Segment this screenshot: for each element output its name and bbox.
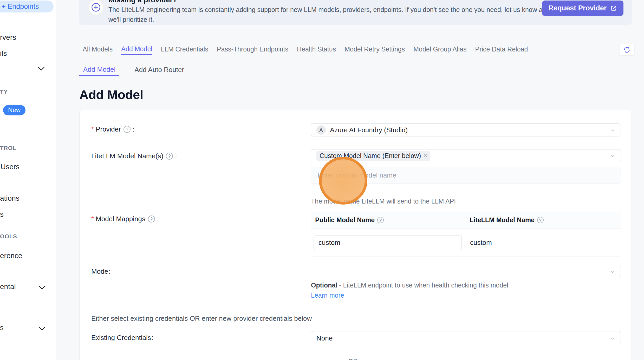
refresh-button[interactable] [619, 44, 634, 56]
tab-llm-credentials[interactable]: LLM Credentials [161, 44, 208, 55]
sidebar-item-teams[interactable]: s [0, 210, 4, 219]
model-mappings-table: Public Model Name ? LiteLLM Model Name ?… [311, 212, 621, 257]
custom-model-name-input[interactable] [311, 167, 621, 184]
sidebar-item-settings[interactable]: s [0, 324, 4, 332]
provider-value: Azure AI Foundry (Studio) [330, 126, 408, 134]
model-name-tag[interactable]: Custom Model Name (Enter below) × [316, 151, 430, 161]
sidebar-item-details[interactable]: ils [0, 49, 7, 58]
banner-body: The LiteLLM engineering team is constant… [108, 5, 550, 24]
banner-title: Missing a provider? [108, 0, 177, 4]
request-provider-label: Request Provider [549, 4, 607, 12]
provider-label: * Provider ? : [91, 125, 134, 133]
page-title: Add Model [79, 87, 143, 102]
tab-all-models[interactable]: All Models [83, 44, 113, 55]
model-mappings-label: * Model Mappings ? : [91, 215, 159, 223]
tab-model-retry-settings[interactable]: Model Retry Settings [344, 44, 405, 55]
sidebar-item-endpoints-label: + Endpoints [2, 3, 39, 11]
help-icon[interactable]: ? [123, 126, 131, 133]
litellm-model-name-header: LiteLLM Model Name ? [470, 216, 545, 224]
credentials-note: Either select existing credentials OR en… [91, 315, 312, 323]
sidebar-item-users[interactable]: Users [1, 163, 19, 171]
tab-add-model[interactable]: Add Model [121, 44, 152, 55]
help-icon[interactable]: ? [537, 217, 544, 223]
tab-health-status[interactable]: Health Status [297, 44, 336, 55]
request-provider-button[interactable]: Request Provider [542, 1, 623, 16]
chevron-down-icon: ⌄ [610, 334, 615, 341]
existing-credentials-value: None [316, 334, 333, 342]
missing-provider-banner: Missing a provider? The LiteLLM engineer… [79, 0, 632, 25]
tab-pass-through-endpoints[interactable]: Pass-Through Endpoints [217, 44, 288, 55]
external-link-icon [610, 5, 617, 12]
mode-label: Mode : [91, 267, 110, 276]
custom-model-helper: The model name LiteLLM will send to the … [311, 198, 456, 205]
sidebar-section-header: TROL [0, 145, 16, 152]
sidebar-section-header: TY [0, 89, 8, 95]
subtab-add-model[interactable]: Add Model [79, 64, 119, 76]
close-icon[interactable]: × [424, 153, 427, 159]
add-model-subtabs: Add Model Add Auto Router [79, 64, 632, 76]
sidebar-section-header: OOLS [0, 233, 17, 240]
required-marker: * [91, 215, 94, 223]
provider-select[interactable]: A Azure AI Foundry (Studio) ⌄ [311, 123, 621, 136]
chevron-down-icon[interactable] [38, 283, 45, 289]
model-names-select[interactable]: Custom Model Name (Enter below) × ⌄ [311, 149, 621, 162]
help-icon[interactable]: ? [148, 215, 155, 222]
help-icon[interactable]: ? [377, 217, 384, 223]
model-mapping-row: custom [311, 228, 621, 257]
model-tabs: All Models Add Model LLM Credentials Pas… [79, 44, 632, 55]
litellm-model-name-value: custom [470, 239, 492, 247]
model-mappings-header: Public Model Name ? LiteLLM Model Name ? [311, 212, 621, 228]
tab-price-data-reload[interactable]: Price Data Reload [475, 44, 528, 55]
banner-body-line1: The LiteLLM engineering team is constant… [108, 5, 550, 15]
chevron-down-icon: ⌄ [610, 126, 615, 132]
public-model-name-header: Public Model Name ? [311, 216, 470, 224]
sidebar-item-experimental[interactable]: ental [0, 283, 16, 291]
sidebar-item-organizations[interactable]: ations [0, 194, 19, 202]
help-icon[interactable]: ? [166, 153, 173, 160]
chevron-down-icon: ⌄ [610, 151, 615, 158]
banner-body-line2: we'll prioritize it. [108, 15, 550, 24]
chevron-down-icon[interactable] [38, 64, 44, 70]
litellm-admin-screen: + Endpoints rvers ils TY New TROL Users … [0, 0, 644, 360]
learn-more-link[interactable]: Learn more [311, 292, 344, 299]
public-model-name-input[interactable] [314, 235, 462, 250]
provider-avatar: A [316, 125, 326, 135]
sidebar-item-endpoints[interactable]: + Endpoints [0, 1, 54, 12]
sidebar-item-servers[interactable]: rvers [0, 33, 16, 42]
sidebar-item-reference[interactable]: erence [0, 252, 22, 260]
model-names-label: LiteLLM Model Name(s) ? : [91, 152, 177, 160]
chevron-down-icon: ⌄ [610, 267, 615, 274]
tab-model-group-alias[interactable]: Model Group Alias [413, 44, 466, 55]
existing-credentials-label: Existing Credentials : [91, 334, 153, 342]
add-model-form-card: * Provider ? : A Azure AI Foundry (Studi… [79, 110, 632, 360]
refresh-icon [623, 46, 631, 54]
circle-plus-icon [89, 0, 103, 15]
sidebar: + Endpoints rvers ils TY New TROL Users … [0, 0, 56, 360]
new-badge: New [3, 105, 25, 115]
or-divider: OR [345, 358, 361, 360]
existing-credentials-select[interactable]: None ⌄ [311, 331, 621, 345]
mode-helper: Optional - LiteLLM endpoint to use when … [311, 280, 524, 300]
subtab-add-auto-router[interactable]: Add Auto Router [131, 64, 188, 76]
mode-select[interactable]: ⌄ [311, 265, 621, 278]
required-marker: * [91, 125, 94, 133]
chevron-down-icon[interactable] [38, 324, 45, 330]
